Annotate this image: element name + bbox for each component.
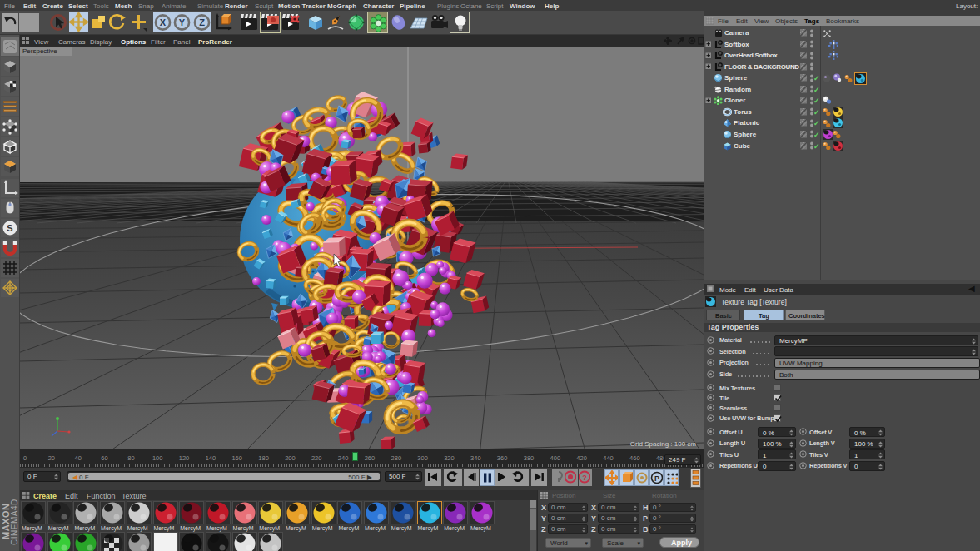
- svg-text:S: S: [7, 223, 12, 233]
- svg-text:?: ?: [582, 474, 587, 482]
- svg-text:Z: Z: [199, 17, 205, 27]
- svg-text:X: X: [160, 17, 167, 27]
- svg-text:Grid Spacing : 100 cm: Grid Spacing : 100 cm: [630, 440, 696, 448]
- svg-text:P: P: [654, 474, 659, 483]
- svg-text:Y: Y: [179, 17, 186, 27]
